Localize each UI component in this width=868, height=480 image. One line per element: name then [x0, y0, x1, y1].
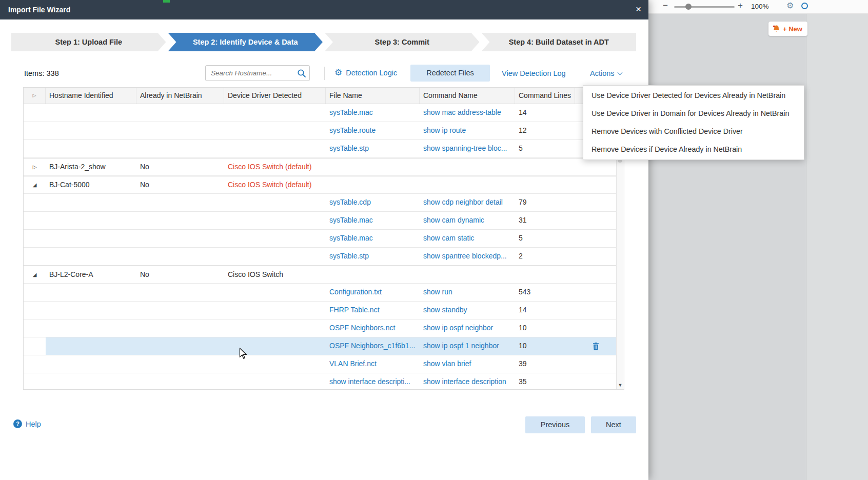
col-command-name[interactable]: Command Name: [420, 88, 515, 104]
file-row[interactable]: VLAN Brief.nctshow vlan brief39: [24, 355, 624, 373]
device-driver-cell: Cisco IOS Switch (default): [224, 158, 326, 175]
help-label: Help: [26, 420, 41, 428]
device-row[interactable]: ◢BJ-Cat-5000NoCisco IOS Switch (default): [24, 176, 624, 194]
device-driver-cell: [224, 284, 326, 301]
command-lines-cell: 2: [515, 248, 575, 265]
redetect-files-button[interactable]: Redetect Files: [410, 65, 490, 82]
command-name-link[interactable]: show vlan brief: [420, 355, 515, 373]
command-name-link[interactable]: show mac address-table: [420, 104, 515, 122]
command-name-link[interactable]: show run: [420, 284, 515, 301]
chevron-down-icon: [617, 70, 622, 75]
already-in-netbrain-cell: [136, 337, 224, 355]
file-row[interactable]: Configuration.txtshow run543: [24, 284, 624, 302]
hostname-cell: [46, 230, 136, 247]
file-row[interactable]: sysTable.routeshow ip route12: [24, 122, 624, 140]
file-row[interactable]: FHRP Table.nctshow standby14: [24, 302, 624, 319]
file-name-link[interactable]: sysTable.mac: [326, 104, 420, 122]
new-notification-card[interactable]: + New: [768, 22, 807, 36]
file-row[interactable]: OSPF Neighbors_c1f6b1...show ip ospf 1 n…: [24, 337, 624, 355]
command-name-link[interactable]: show ip ospf neighbor: [420, 319, 515, 337]
search-input[interactable]: [206, 66, 309, 81]
row-expander-icon[interactable]: ▷: [24, 158, 46, 175]
row-expander-icon[interactable]: ◢: [24, 266, 46, 283]
file-name-link[interactable]: VLAN Brief.nct: [326, 355, 420, 373]
already-in-netbrain-cell: [136, 140, 224, 157]
actions-menu-item[interactable]: Remove Devices with Conflicted Device Dr…: [583, 123, 804, 141]
file-name-link[interactable]: sysTable.mac: [326, 212, 420, 229]
items-count: Items: 338: [24, 69, 59, 77]
file-name-link[interactable]: sysTable.cdp: [326, 194, 420, 211]
device-driver-cell: [224, 140, 326, 157]
zoom-slider-track[interactable]: [674, 6, 735, 8]
search-icon[interactable]: [297, 69, 306, 80]
file-name-link[interactable]: sysTable.route: [326, 122, 420, 139]
command-name-link[interactable]: show cdp neighbor detail: [420, 194, 515, 211]
actions-menu-item[interactable]: Remove Devices if Device Already in NetB…: [583, 141, 804, 158]
command-name-link[interactable]: show ip ospf 1 neighbor: [420, 337, 515, 355]
already-in-netbrain-cell: [136, 104, 224, 122]
file-name-link[interactable]: sysTable.stp: [326, 140, 420, 157]
file-name-link[interactable]: Configuration.txt: [326, 284, 420, 301]
file-name-link[interactable]: sysTable.stp: [326, 248, 420, 265]
file-name-link[interactable]: FHRP Table.nct: [326, 302, 420, 319]
zoom-level-value: 100%: [751, 3, 769, 10]
help-link[interactable]: ? Help: [13, 419, 41, 428]
col-command-lines[interactable]: Command Lines: [515, 88, 575, 104]
previous-button[interactable]: Previous: [525, 416, 585, 433]
file-name-link: [326, 176, 420, 193]
wizard-step-label: Step 1: Upload File: [55, 38, 122, 46]
detection-logic-link[interactable]: ⚙ Detection Logic: [334, 68, 397, 77]
file-name-link[interactable]: OSPF Neighbors_c1f6b1...: [326, 337, 420, 355]
command-name-link[interactable]: show standby: [420, 302, 515, 319]
expand-all-icon[interactable]: ▷: [24, 88, 46, 104]
command-name-link[interactable]: show interface description: [420, 373, 515, 390]
wizard-step-2[interactable]: Step 2: Identify Device & Data: [168, 33, 323, 51]
command-lines-cell: 31: [515, 212, 575, 229]
wizard-step-4[interactable]: Step 4: Build Dataset in ADT: [482, 33, 637, 51]
zoom-out-button[interactable]: −: [663, 1, 668, 11]
command-name-link[interactable]: show cam static: [420, 230, 515, 247]
scroll-down-icon[interactable]: ▼: [617, 383, 624, 388]
zoom-in-button[interactable]: +: [738, 1, 743, 11]
settings-gear-icon[interactable]: ⚙: [786, 2, 794, 10]
next-button[interactable]: Next: [591, 416, 636, 433]
file-row[interactable]: sysTable.macshow cam static5: [24, 230, 624, 248]
row-expander-cell: [24, 337, 46, 355]
file-row[interactable]: sysTable.macshow cam dynamic31: [24, 212, 624, 230]
wizard-step-3[interactable]: Step 3: Commit: [325, 33, 480, 51]
col-hostname-identified[interactable]: Hostname Identified: [46, 88, 136, 104]
file-row[interactable]: sysTable.stpshow spanning-tree bloc...5: [24, 140, 624, 158]
command-lines-cell: 5: [515, 140, 575, 157]
file-name-link[interactable]: sysTable.mac: [326, 230, 420, 247]
actions-dropdown-button[interactable]: Actions: [590, 69, 622, 77]
zoom-slider-knob[interactable]: [685, 4, 692, 10]
command-name-link[interactable]: show spantree blockedp...: [420, 248, 515, 265]
close-icon[interactable]: ×: [636, 4, 641, 15]
col-already-in-netbrain[interactable]: Already in NetBrain: [136, 88, 224, 104]
command-name-link[interactable]: show spanning-tree bloc...: [420, 140, 515, 157]
actions-menu-item[interactable]: Use Device Driver Detected for Devices A…: [583, 87, 804, 105]
actions-menu-item[interactable]: Use Device Driver in Domain for Devices …: [583, 105, 804, 123]
file-name-link[interactable]: OSPF Neighbors.nct: [326, 319, 420, 337]
command-name-link[interactable]: show cam dynamic: [420, 212, 515, 229]
file-row[interactable]: sysTable.macshow mac address-table14: [24, 104, 624, 122]
col-device-driver-detected[interactable]: Device Driver Detected: [224, 88, 326, 104]
file-row[interactable]: sysTable.stpshow spantree blockedp...2: [24, 248, 624, 266]
file-name-link: [326, 158, 420, 175]
col-file-name[interactable]: File Name: [326, 88, 420, 104]
device-row[interactable]: ◢BJ-L2-Core-ANoCisco IOS Switch: [24, 266, 624, 284]
row-expander-icon[interactable]: ◢: [24, 176, 46, 193]
file-row[interactable]: OSPF Neighbors.nctshow ip ospf neighbor1…: [24, 319, 624, 337]
view-detection-log-link[interactable]: View Detection Log: [502, 69, 566, 77]
command-lines-cell: [515, 266, 575, 283]
command-name-link[interactable]: show ip route: [420, 122, 515, 139]
trash-icon[interactable]: [593, 343, 599, 350]
file-row[interactable]: sysTable.cdpshow cdp neighbor detail79: [24, 194, 624, 212]
hostname-cell: [46, 302, 136, 319]
file-row[interactable]: show interface descripti...show interfac…: [24, 373, 624, 390]
command-lines-cell: 5: [515, 230, 575, 247]
file-name-link[interactable]: show interface descripti...: [326, 373, 420, 390]
account-circle-icon[interactable]: [801, 3, 808, 9]
wizard-step-1[interactable]: Step 1: Upload File: [11, 33, 166, 51]
device-row[interactable]: ▷BJ-Arista-2_showNoCisco IOS Switch (def…: [24, 158, 624, 176]
